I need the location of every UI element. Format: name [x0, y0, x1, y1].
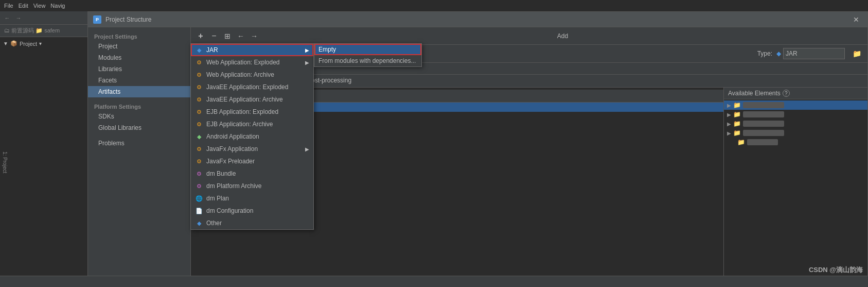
avail-label-3: [743, 130, 784, 136]
sidebar-item-problems[interactable]: Problems: [88, 138, 190, 149]
avail-icon-3: 📁: [733, 129, 741, 137]
dropdown-item-ejb-archive[interactable]: ⚙ EJB Application: Archive: [191, 118, 313, 130]
ide-sidebar-header: 🗂 前置源码 📁 safem: [0, 25, 87, 37]
dropdown-item-dm-plan[interactable]: 🌐 dm Plan: [191, 192, 313, 205]
jar-arrow: ▶: [305, 47, 309, 53]
avail-icon-4: 📁: [737, 139, 745, 146]
ejb-exploded-icon: ⚙: [195, 108, 203, 116]
ide-toolbar: ← →: [0, 11, 87, 25]
dropdown-item-dm-config[interactable]: 📄 dm Configuration: [191, 205, 313, 217]
dropdown-item-javafx[interactable]: ⚙ JavaFx Application ▶: [191, 143, 313, 155]
dm-bundle-label: dm Bundle: [206, 170, 236, 177]
ide-source-label: 前置源码: [11, 27, 34, 33]
back-btn[interactable]: ←: [235, 30, 246, 42]
type-label: Type:: [757, 50, 772, 57]
platform-settings-label: Platform Settings: [88, 102, 190, 111]
available-tree: ▶ 📁 ▶ 📁 ▶ 📁: [724, 99, 867, 286]
android-label: Android Application: [206, 133, 259, 140]
ejb-exploded-label: EJB Application: Exploded: [206, 108, 278, 115]
menu-view[interactable]: View: [31, 2, 48, 10]
remove-artifact-btn[interactable]: −: [208, 30, 220, 42]
javafx-arrow: ▶: [305, 146, 309, 152]
other-label: Other: [206, 220, 222, 227]
ide-project-dropdown-icon: ▾: [39, 41, 42, 46]
avail-label-4: [747, 139, 778, 145]
javafx-preloader-label: JavaFx Preloader: [206, 158, 255, 165]
javaee-archive-icon: ⚙: [195, 95, 203, 104]
javafx-preloader-icon: ⚙: [195, 157, 203, 165]
sidebar-item-facets[interactable]: Facets: [88, 75, 190, 86]
dropdown-item-jar[interactable]: ◆ JAR ▶: [191, 44, 313, 56]
available-help-icon: ?: [783, 90, 790, 97]
javafx-label: JavaFx Application: [206, 145, 258, 153]
avail-arrow-0: ▶: [727, 103, 731, 108]
menu-navigate[interactable]: Navig: [48, 2, 67, 10]
empty-label: Empty: [318, 46, 336, 53]
dropdown-item-javafx-preloader[interactable]: ⚙ JavaFx Preloader: [191, 155, 313, 167]
dropdown-item-web-exploded[interactable]: ⚙ Web Application: Exploded ▶: [191, 56, 313, 69]
dm-platform-label: dm Platform Archive: [206, 182, 261, 190]
javaee-exploded-icon: ⚙: [195, 83, 203, 91]
type-select[interactable]: JAR: [783, 48, 845, 59]
menu-file[interactable]: File: [2, 2, 15, 10]
dropdown-item-dm-platform[interactable]: ⚙ dm Platform Archive: [191, 180, 313, 192]
ide-project-badge: 1: Project: [0, 149, 10, 175]
sub-item-empty[interactable]: Empty: [314, 44, 421, 55]
dropdown-item-android[interactable]: ◆ Android Application: [191, 130, 313, 143]
dropdown-item-web-archive[interactable]: ⚙ Web Application: Archive: [191, 69, 313, 81]
ide-safem-label: 📁 safem: [36, 27, 60, 33]
sidebar-item-artifacts[interactable]: Artifacts: [88, 86, 190, 97]
dropdown-item-javaee-archive[interactable]: ⚙ JavaEE Application: Archive: [191, 93, 313, 106]
sidebar-item-global-libraries[interactable]: Global Libraries: [88, 122, 190, 133]
ide-forward-btn[interactable]: →: [13, 13, 24, 23]
sidebar-item-project[interactable]: Project: [88, 41, 190, 52]
avail-item-4[interactable]: 📁: [724, 138, 867, 147]
dropdown-item-other[interactable]: ◆ Other: [191, 217, 313, 229]
ide-project-name: Project: [20, 41, 37, 47]
web-archive-icon: ⚙: [195, 71, 203, 79]
app-menu-bar: File Edit View Navig: [0, 0, 868, 11]
dialog-title-bar: P Project Structure ✕: [88, 12, 867, 27]
browse-output-btn[interactable]: 📁: [851, 48, 862, 59]
menu-edit[interactable]: Edit: [16, 2, 30, 10]
dropdown-item-javaee-exploded[interactable]: ⚙ JavaEE Application: Exploded: [191, 81, 313, 93]
add-artifact-btn[interactable]: +: [195, 30, 206, 42]
dm-bundle-icon: ⚙: [195, 170, 203, 178]
avail-item-0[interactable]: ▶ 📁: [724, 100, 867, 110]
sidebar-item-sdks[interactable]: SDKs: [88, 111, 190, 122]
ide-project-icon: 📦: [10, 40, 17, 47]
avail-arrow-3: ▶: [727, 130, 731, 136]
sidebar-item-libraries[interactable]: Libraries: [88, 63, 190, 75]
avail-icon-1: 📁: [733, 111, 741, 118]
web-exploded-arrow: ▶: [305, 60, 309, 65]
ide-tree-project[interactable]: ▼ 📦 Project ▾: [0, 39, 87, 48]
javaee-exploded-label: JavaEE Application: Exploded: [206, 83, 288, 91]
dropdown-item-ejb-exploded[interactable]: ⚙ EJB Application: Exploded: [191, 106, 313, 118]
web-archive-label: Web Application: Archive: [206, 71, 274, 78]
ejb-archive-label: EJB Application: Archive: [206, 121, 273, 128]
copy-artifact-btn[interactable]: ⊞: [222, 30, 233, 42]
web-exploded-label: Web Application: Exploded: [206, 59, 280, 66]
dm-config-label: dm Configuration: [206, 207, 253, 214]
bottom-bar: [0, 276, 868, 287]
avail-item-2[interactable]: ▶ 📁: [724, 119, 867, 128]
main-dropdown: ◆ JAR ▶ ⚙ Web Application: Exploded ▶ ⚙ …: [190, 43, 314, 230]
other-icon: ◆: [195, 219, 203, 227]
dialog-close-btn[interactable]: ✕: [850, 14, 862, 25]
forward-btn[interactable]: →: [249, 30, 260, 42]
avail-icon-2: 📁: [733, 120, 741, 127]
sub-item-from-modules[interactable]: From modules with dependencies...: [314, 55, 421, 66]
ejb-archive-icon: ⚙: [195, 120, 203, 128]
watermark: CSDN @滴山韵海: [809, 265, 863, 275]
dropdown-item-dm-bundle[interactable]: ⚙ dm Bundle: [191, 167, 313, 180]
avail-item-1[interactable]: ▶ 📁: [724, 110, 867, 119]
javafx-icon: ⚙: [195, 145, 203, 153]
sidebar-item-modules[interactable]: Modules: [88, 52, 190, 63]
available-header-label: Available Elements: [728, 90, 781, 97]
type-select-wrapper: ◆ JAR: [776, 48, 845, 59]
ide-back-btn[interactable]: ←: [2, 13, 12, 23]
dm-config-icon: 📄: [195, 207, 203, 215]
jar-icon: ◆: [195, 46, 203, 54]
avail-item-3[interactable]: ▶ 📁: [724, 128, 867, 138]
android-icon: ◆: [195, 132, 203, 141]
